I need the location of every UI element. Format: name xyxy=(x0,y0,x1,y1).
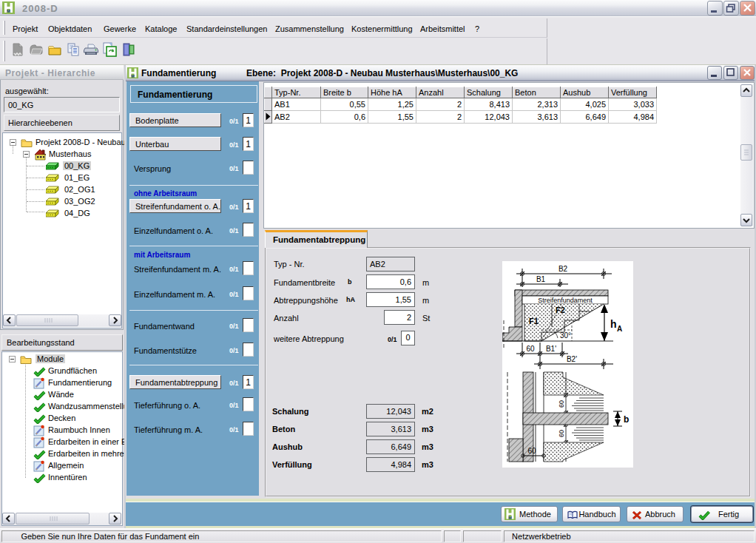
svg-text:M: M xyxy=(508,516,512,520)
svg-text:60: 60 xyxy=(526,345,535,353)
svg-text:F1: F1 xyxy=(529,317,539,326)
svg-text:B1': B1' xyxy=(546,345,556,353)
svg-text:Streifenfundament: Streifenfundament xyxy=(538,297,593,304)
svg-text:B1: B1 xyxy=(536,275,546,283)
svg-text:F2: F2 xyxy=(556,306,565,314)
svg-text:A: A xyxy=(617,325,622,333)
svg-text:b: b xyxy=(624,414,629,425)
svg-text:30°: 30° xyxy=(560,331,571,340)
svg-text:60: 60 xyxy=(558,400,565,408)
svg-text:M: M xyxy=(131,74,135,78)
svg-text:M: M xyxy=(7,9,10,13)
svg-text:60: 60 xyxy=(558,430,565,437)
svg-text:h: h xyxy=(610,318,617,330)
svg-text:B2: B2 xyxy=(558,265,568,273)
svg-text:60: 60 xyxy=(527,447,536,455)
svg-text:B2': B2' xyxy=(567,355,577,363)
